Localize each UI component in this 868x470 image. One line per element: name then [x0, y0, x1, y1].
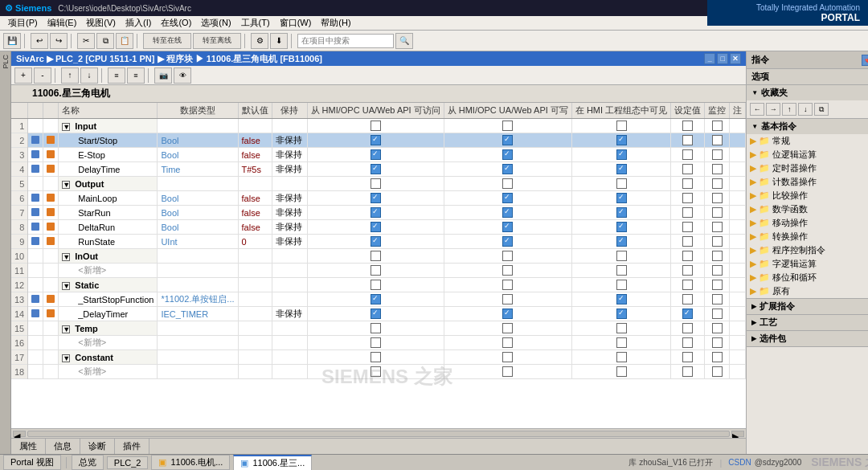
hmi-access-checkbox[interactable]	[371, 294, 381, 304]
group-toggle-icon[interactable]: ▼	[62, 253, 70, 261]
monitor-checkbox[interactable]	[712, 352, 723, 362]
setval-checkbox[interactable]	[682, 280, 693, 290]
row-retain[interactable]	[272, 336, 307, 350]
row-name-cell[interactable]: <新增>	[59, 264, 158, 278]
variable-table[interactable]: 名称 数据类型 默认值 保持 从 HMI/OPC UA/Web API 可访问 …	[11, 103, 746, 428]
panel-pin[interactable]: 📌	[862, 55, 868, 66]
setval-checkbox[interactable]	[682, 366, 693, 377]
menu-online[interactable]: 在线(O)	[156, 17, 196, 29]
menu-tools[interactable]: 工具(T)	[236, 17, 275, 29]
hmi-visible-checkbox[interactable]	[616, 121, 627, 131]
row-name-cell[interactable]: MainLoop	[59, 191, 158, 206]
hmi-access-checkbox[interactable]	[371, 149, 381, 160]
expand-all-button[interactable]: ≡	[108, 67, 125, 84]
menu-project[interactable]: 项目(P)	[3, 17, 43, 29]
move-down-button[interactable]: ↓	[80, 67, 98, 84]
setval-checkbox[interactable]	[682, 265, 693, 276]
table-row[interactable]: 6MainLoopBoolfalse非保持	[11, 191, 746, 206]
portal-overview-button[interactable]: 总览	[72, 455, 104, 470]
undo-button[interactable]: ↩	[31, 33, 48, 49]
row-retain[interactable]	[272, 365, 307, 379]
setval-checkbox[interactable]	[682, 135, 693, 145]
fav-btn-4[interactable]: ↓	[798, 103, 813, 116]
monitor-checkbox[interactable]	[712, 222, 723, 232]
hmi-visible-checkbox[interactable]	[616, 294, 627, 304]
fav-btn-copy[interactable]: ⧉	[814, 103, 829, 116]
row-name-cell[interactable]: <新增>	[59, 336, 158, 350]
group-toggle-icon[interactable]: ▼	[62, 282, 70, 290]
monitor-checkbox[interactable]	[712, 178, 723, 189]
win-restore[interactable]: □	[717, 53, 728, 64]
hmi-write-checkbox[interactable]	[502, 164, 513, 174]
delete-row-button[interactable]: -	[34, 67, 51, 84]
hmi-access-checkbox[interactable]	[371, 309, 381, 319]
search-button[interactable]: 🔍	[395, 33, 413, 49]
monitor-checkbox[interactable]	[712, 193, 723, 203]
basic-instruction-item[interactable]: ▶ 📁 程序控制指令	[747, 243, 868, 257]
hmi-write-checkbox[interactable]	[502, 366, 513, 377]
fav-btn-3[interactable]: ↑	[782, 103, 796, 116]
add-row-button[interactable]: +	[14, 67, 32, 84]
options-header[interactable]: 选项	[747, 69, 868, 84]
favorites-header[interactable]: ▼ 收藏夹	[747, 85, 868, 100]
row-name-cell[interactable]: ▼ Constant	[59, 350, 158, 365]
hmi-access-checkbox[interactable]	[371, 265, 381, 276]
row-name-cell[interactable]: ▼ Output	[59, 177, 158, 191]
row-retain[interactable]: 非保持	[272, 148, 307, 162]
monitor-checkbox[interactable]	[712, 265, 723, 276]
row-retain[interactable]	[272, 292, 307, 307]
paste-button[interactable]: 📋	[116, 33, 133, 49]
menu-help[interactable]: 帮助(H)	[316, 17, 355, 29]
tab-diagnostics[interactable]: 诊断	[80, 439, 115, 454]
setval-checkbox[interactable]	[682, 193, 693, 203]
monitor-checkbox[interactable]	[712, 121, 723, 131]
row-name-cell[interactable]: StarRun	[59, 206, 158, 220]
monitor-checkbox[interactable]	[712, 309, 723, 319]
hmi-visible-checkbox[interactable]	[616, 352, 627, 362]
move-up-button[interactable]: ↑	[61, 67, 79, 84]
row-retain[interactable]: 非保持	[272, 307, 307, 321]
row-name-cell[interactable]: DelayTime	[59, 162, 158, 177]
hmi-visible-checkbox[interactable]	[616, 193, 627, 203]
group-toggle-icon[interactable]: ▼	[62, 325, 70, 333]
basic-instruction-item[interactable]: ▶ 📁 计数器操作	[747, 175, 868, 189]
hmi-write-checkbox[interactable]	[502, 352, 513, 362]
group-toggle-icon[interactable]: ▼	[62, 181, 70, 189]
group-toggle-icon[interactable]: ▼	[62, 123, 70, 131]
monitor-checkbox[interactable]	[712, 323, 723, 333]
win-minimize[interactable]: _	[704, 53, 715, 64]
search-input[interactable]	[297, 34, 394, 48]
row-retain[interactable]	[272, 249, 307, 264]
hmi-write-checkbox[interactable]	[502, 337, 513, 348]
hmi-visible-checkbox[interactable]	[616, 323, 627, 333]
basic-instruction-item[interactable]: ▶ 📁 原有	[747, 284, 868, 298]
row-retain[interactable]	[272, 119, 307, 133]
hmi-visible-checkbox[interactable]	[616, 135, 627, 145]
menu-window[interactable]: 窗口(W)	[275, 17, 317, 29]
hmi-write-checkbox[interactable]	[502, 193, 513, 203]
basic-instruction-item[interactable]: ▶ 📁 转换操作	[747, 230, 868, 243]
hmi-visible-checkbox[interactable]	[616, 207, 627, 218]
copy-button[interactable]: ⧉	[96, 33, 114, 49]
hmi-access-checkbox[interactable]	[371, 207, 381, 218]
monitor-checkbox[interactable]	[712, 337, 723, 348]
hmi-write-checkbox[interactable]	[502, 236, 513, 247]
setval-checkbox[interactable]	[682, 294, 693, 304]
cut-button[interactable]: ✂	[77, 33, 95, 49]
monitor-checkbox[interactable]	[712, 164, 723, 174]
hmi-access-checkbox[interactable]	[371, 236, 381, 247]
setval-checkbox[interactable]	[682, 323, 693, 333]
monitor-checkbox[interactable]	[712, 236, 723, 247]
hmi-access-checkbox[interactable]	[371, 121, 381, 131]
hmi-access-checkbox[interactable]	[371, 164, 381, 174]
monitor-checkbox[interactable]	[712, 135, 723, 145]
monitor-checkbox[interactable]	[712, 280, 723, 290]
tab-info[interactable]: 信息	[46, 439, 80, 454]
row-name-cell[interactable]: <新增>	[59, 365, 158, 379]
win-close[interactable]: ✕	[730, 53, 741, 64]
row-name-cell[interactable]: Start/Stop	[59, 133, 158, 148]
hmi-visible-checkbox[interactable]	[616, 149, 627, 160]
row-name-cell[interactable]: RunState	[59, 235, 158, 249]
menu-edit[interactable]: 编辑(E)	[43, 17, 82, 29]
hmi-access-checkbox[interactable]	[371, 280, 381, 290]
